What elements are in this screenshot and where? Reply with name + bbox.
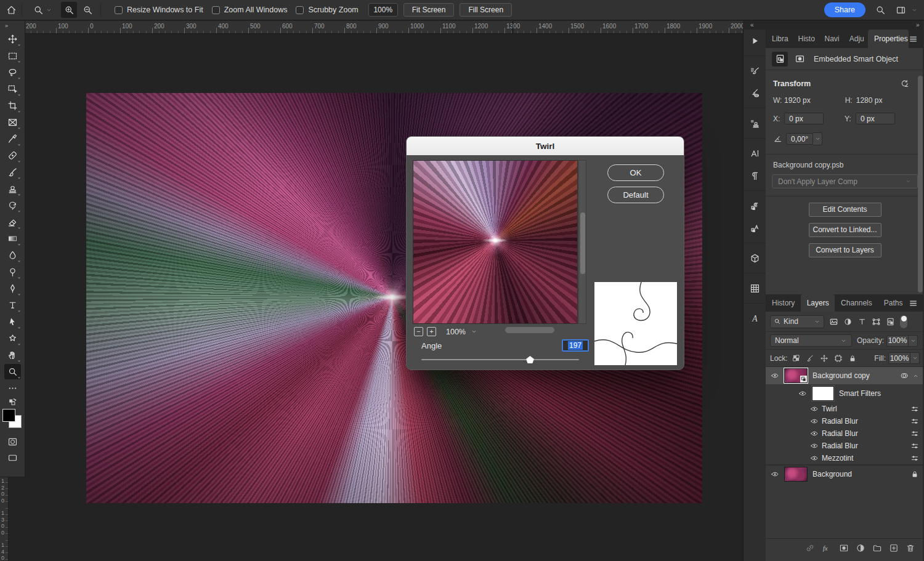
mask-properties-icon[interactable] <box>792 52 808 67</box>
layer-row-background[interactable]: Background <box>766 466 924 483</box>
crop-tool[interactable] <box>0 97 25 114</box>
glyphs-panel[interactable]: A <box>744 307 766 329</box>
clone-stamp-tool[interactable] <box>0 180 25 197</box>
pixel-layers-filter-icon[interactable] <box>829 317 838 326</box>
layer-effects-icon[interactable]: fx <box>822 543 832 554</box>
type-layers-filter-icon[interactable] <box>857 317 867 326</box>
checkbox[interactable] <box>296 6 304 14</box>
visibility-eye-icon[interactable] <box>810 442 819 450</box>
edit-contents-button[interactable]: Edit Contents <box>809 203 881 217</box>
horizontal-ruler[interactable]: 2001000100200300400500600700800900100011… <box>0 21 743 34</box>
search-icon[interactable] <box>875 5 886 15</box>
lock-transparency-icon[interactable] <box>792 354 800 362</box>
smart-objects-filter-icon[interactable] <box>886 317 895 326</box>
filter-options-icon[interactable] <box>910 405 919 413</box>
brush-tool[interactable] <box>0 164 25 180</box>
zoom-out-button[interactable]: − <box>414 327 423 336</box>
smart-filters-mask-thumbnail[interactable] <box>812 386 834 401</box>
preview-vertical-scrollbar[interactable] <box>578 160 586 324</box>
layer-row-radial-blur[interactable]: Radial Blur <box>766 415 924 427</box>
eraser-tool[interactable] <box>0 214 25 230</box>
filter-options-icon[interactable] <box>910 454 919 462</box>
custom-shape-tool[interactable] <box>0 330 25 347</box>
zoom-tool-icon[interactable] <box>33 5 44 15</box>
tab-libra[interactable]: Libra <box>766 30 792 48</box>
clone-source-panel[interactable] <box>744 112 766 134</box>
tab-layers[interactable]: Layers <box>801 294 835 312</box>
lock-pixels-icon[interactable] <box>806 354 814 363</box>
zoom-out-button[interactable] <box>79 2 95 18</box>
healing-brush-tool[interactable] <box>0 147 25 164</box>
twirl-preview-image[interactable] <box>413 160 578 324</box>
layer-row-radial-blur[interactable]: Radial Blur <box>766 427 924 440</box>
layer-thumbnail[interactable] <box>784 368 808 383</box>
layer-filter-kind-select[interactable]: Kind <box>770 315 824 328</box>
new-adjustment-layer-icon[interactable] <box>856 543 865 553</box>
angle-slider[interactable] <box>421 356 579 363</box>
visibility-eye-icon[interactable] <box>766 470 784 478</box>
zoom-in-button[interactable] <box>61 2 77 18</box>
smart-object-icon[interactable] <box>772 52 788 67</box>
preview-horizontal-scrollbar[interactable] <box>505 327 554 333</box>
collapse-filters-icon[interactable] <box>912 373 919 379</box>
layer-thumbnail[interactable] <box>784 467 808 482</box>
layer-row-radial-blur[interactable]: Radial Blur <box>766 440 924 452</box>
reset-transform-icon[interactable] <box>900 79 909 88</box>
type-tool[interactable] <box>0 297 25 313</box>
new-group-icon[interactable] <box>872 543 882 553</box>
foreground-color-swatch[interactable] <box>2 409 15 422</box>
frame-tool[interactable] <box>0 114 25 131</box>
visibility-eye-icon[interactable] <box>766 371 784 380</box>
brush-settings-panel[interactable] <box>744 60 766 82</box>
pen-tool[interactable] <box>0 280 25 297</box>
share-button[interactable]: Share <box>824 2 865 17</box>
option-checkbox-0[interactable]: Resize Windows to Fit <box>115 6 203 14</box>
option-checkbox-1[interactable]: Zoom All Windows <box>212 6 288 14</box>
fill-field[interactable]: 100% <box>888 352 910 364</box>
properties-scrollbar[interactable] <box>918 76 923 293</box>
toolbar-expand-icon[interactable]: » <box>0 21 25 31</box>
dialog-title[interactable]: Twirl <box>407 137 684 155</box>
layer-row-background-copy[interactable]: Background copy <box>766 367 924 384</box>
layer-row-twirl[interactable]: Twirl <box>766 403 924 415</box>
convert-to-linked-button[interactable]: Convert to Linked... <box>809 223 881 237</box>
home-icon[interactable] <box>6 5 17 15</box>
pattern-preview-panel[interactable] <box>744 277 766 299</box>
layer-row-smart-filters[interactable]: Smart Filters <box>766 384 924 403</box>
brushes-panel[interactable] <box>744 82 766 104</box>
visibility-eye-icon[interactable] <box>798 389 807 398</box>
quick-mask-icon[interactable] <box>0 434 25 450</box>
object-selection-tool[interactable] <box>0 81 25 97</box>
gradient-tool[interactable] <box>0 230 25 247</box>
hand-tool[interactable] <box>0 347 25 363</box>
zoom-tool[interactable] <box>0 363 25 380</box>
fill-screen-button[interactable]: Fill Screen <box>460 3 512 17</box>
blend-mode-select[interactable]: Normal <box>770 334 852 347</box>
filter-options-icon[interactable] <box>910 417 919 426</box>
filter-options-icon[interactable] <box>910 442 919 450</box>
convert-to-layers-button[interactable]: Convert to Layers <box>809 243 881 257</box>
ok-button[interactable]: OK <box>607 164 664 181</box>
visibility-eye-icon[interactable] <box>810 454 819 462</box>
link-layers-icon[interactable] <box>805 543 815 553</box>
delete-layer-icon[interactable] <box>906 543 915 553</box>
actions-panel[interactable] <box>744 30 766 52</box>
marquee-tool[interactable] <box>0 47 25 64</box>
blur-tool[interactable] <box>0 247 25 264</box>
more-tools[interactable] <box>0 380 25 397</box>
filter-options-icon[interactable] <box>910 429 919 438</box>
new-layer-icon[interactable] <box>889 543 899 553</box>
angle-input[interactable]: 197 <box>562 339 589 352</box>
layer-row-mezzotint[interactable]: Mezzotint <box>766 452 924 464</box>
visibility-eye-icon[interactable] <box>810 429 819 438</box>
x-position-field[interactable]: 0 px <box>784 113 824 124</box>
chevron-down-icon[interactable] <box>471 328 477 335</box>
shape-layers-filter-icon[interactable] <box>872 317 881 326</box>
adjustment-layers-filter-icon[interactable] <box>843 317 853 326</box>
angle-slider-thumb[interactable] <box>526 356 534 363</box>
tab-channels[interactable]: Channels <box>835 294 878 312</box>
swap-colors-icon[interactable] <box>0 397 25 408</box>
tab-properties[interactable]: Properties <box>868 30 909 48</box>
tab-navi[interactable]: Navi <box>818 30 843 48</box>
opacity-chevron-icon[interactable] <box>909 335 918 347</box>
